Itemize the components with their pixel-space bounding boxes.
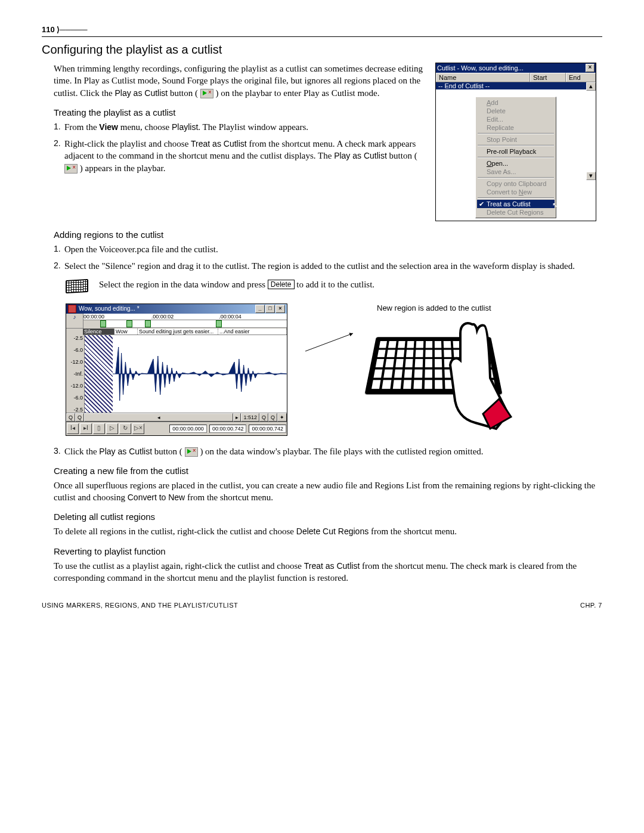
subheading-creating: Creating a new file from the cutlist: [54, 466, 602, 476]
play-as-cutlist-label: Play as Cutlist: [115, 88, 168, 98]
minimize-icon[interactable]: _: [255, 305, 265, 313]
context-menu: AAdddd Delete Edit... Replicate Stop Poi…: [475, 97, 556, 218]
region-wow[interactable]: Wow: [114, 329, 138, 335]
menu-treat-as-cutlist[interactable]: ✔ Treat as Cutlist ↖: [477, 200, 555, 208]
time-tick: 00:00:00: [83, 314, 151, 320]
tip-row: Select the region in the data window and…: [42, 280, 602, 293]
zoom-out-icon[interactable]: Q: [66, 413, 75, 422]
body-text: To use the cutlist as a playlist again, …: [54, 560, 602, 584]
body-text: Once all superfluous regions are placed …: [54, 479, 602, 504]
zoom-in-icon[interactable]: Q: [75, 413, 84, 422]
step: 1. From the View menu, choose Playlist. …: [54, 121, 423, 133]
convert-to-new-cmd: Convert to New: [128, 493, 185, 502]
zoom-in-icon[interactable]: Q: [268, 413, 277, 422]
menu-delete: Delete: [477, 107, 555, 115]
go-start-icon[interactable]: I◂: [67, 423, 79, 434]
keyboard-illustration: [371, 318, 520, 402]
close-icon[interactable]: ×: [586, 64, 595, 72]
treat-as-cutlist-cmd: Treat as Cutlist: [304, 561, 360, 571]
region-marker[interactable]: [126, 320, 132, 327]
end-of-cutlist-row[interactable]: -- End of Cutlist --: [436, 82, 596, 89]
intro-paragraph: When trimming lengthy recordings, config…: [54, 63, 423, 99]
subheading-adding: Adding regions to the cutlist: [54, 230, 602, 240]
tool-icon[interactable]: ✦: [277, 413, 287, 422]
scroll-up-icon[interactable]: ▴: [586, 82, 596, 91]
cutlist-columns: Name Start End: [436, 73, 596, 82]
cutlist-title: Cutlist - Wow, sound editing...: [437, 64, 524, 72]
play-as-cutlist-label: Play as Cutlist: [99, 447, 152, 456]
connector-arrow: [311, 333, 347, 395]
menu-delete-cut-regions: Delete Cut Regions: [477, 208, 555, 216]
selection-hatch: [85, 335, 113, 413]
col-start[interactable]: Start: [530, 73, 566, 82]
region-silence[interactable]: Silence: [83, 329, 114, 335]
footer-left: USING MARKERS, REGIONS, AND THE PLAYLIST…: [42, 602, 238, 609]
col-end[interactable]: End: [566, 73, 596, 82]
step: 1. Open the Voiceover.pca file and the c…: [54, 243, 602, 255]
close-icon[interactable]: ×: [275, 305, 285, 313]
region-and-easier[interactable]: ...And easier: [218, 329, 287, 335]
view-menu: View: [99, 122, 118, 132]
h-scrollbar[interactable]: ◂: [84, 413, 233, 422]
region-easier[interactable]: Sound editing just gets easier...: [138, 329, 218, 335]
wave-window: Wow, sound editing... * _ □ × ♪ 00:00:00…: [66, 304, 287, 436]
menu-open[interactable]: Open...: [477, 159, 555, 168]
time-display: 00:00:00.742: [249, 425, 286, 433]
play-tiny-icon[interactable]: ▸: [233, 413, 241, 422]
menu-add: AAdddd: [477, 98, 555, 107]
scroll-down-icon[interactable]: ▾: [586, 172, 596, 180]
keyboard-icon: [66, 280, 93, 293]
waveform: [113, 335, 287, 413]
section-heading: Configuring the playlist as a cutlist: [42, 43, 602, 57]
menu-copy-clipboard: Copy onto Clipboard: [477, 179, 555, 188]
footer-right: CHP. 7: [580, 602, 602, 609]
wave-title: Wow, sound editing... *: [79, 305, 140, 312]
menu-preroll[interactable]: Pre-roll Playback: [477, 147, 555, 156]
region-marker[interactable]: [100, 320, 106, 327]
delete-key: Delete: [268, 280, 295, 289]
play-as-cutlist-icon: [64, 164, 78, 174]
region-marker[interactable]: [145, 320, 151, 327]
channel-icon: ♪: [66, 314, 83, 329]
body-text: To delete all regions in the cutlist, ri…: [54, 525, 602, 537]
play-icon[interactable]: ▷: [106, 423, 118, 434]
time-tick: .00:00:04: [219, 314, 287, 320]
menu-edit: Edit...: [477, 115, 555, 123]
hand-icon: [431, 318, 520, 432]
app-icon: [68, 305, 76, 313]
step: 3. Click the Play as Cutlist button ( ) …: [54, 445, 602, 457]
menu-stop-point: Stop Point: [477, 135, 555, 144]
go-end-icon[interactable]: ▸I: [80, 423, 92, 434]
time-display: 00:00:00.000: [169, 425, 207, 433]
zoom-ratio: 1:512: [241, 413, 259, 422]
check-icon: ✔: [479, 200, 484, 208]
col-name[interactable]: Name: [436, 73, 530, 82]
step: 2. Right-click the playlist and choose T…: [54, 138, 423, 174]
amplitude-scale: -2.5 -6.0 -12.0 -Inf. -12.0 -6.0 -2.5: [66, 335, 85, 413]
play-cutlist-icon[interactable]: ▷×: [132, 423, 144, 434]
time-tick: .00:00:02: [151, 314, 219, 320]
treat-as-cutlist-cmd: Treat as Cutlist: [191, 139, 247, 148]
figure-caption: New region is added to the cutlist: [377, 304, 520, 312]
page-number: 110: [42, 25, 55, 34]
play-loop-icon[interactable]: ↻: [119, 423, 131, 434]
cutlist-window: Cutlist - Wow, sound editing... × Name S…: [435, 63, 596, 221]
maximize-icon[interactable]: □: [265, 305, 275, 313]
subheading-treating: Treating the playlist as a cutlist: [54, 107, 423, 117]
menu-replicate: Replicate: [477, 123, 555, 132]
menu-convert-new: Convert to New: [477, 188, 555, 196]
delete-cut-regions-cmd: Delete Cut Regions: [296, 527, 369, 536]
menu-save-as: Save As...: [477, 168, 555, 176]
playlist-cmd: Playlist: [172, 122, 198, 132]
stop-icon[interactable]: ▯: [93, 423, 105, 434]
subheading-deleting: Deleting all cutlist regions: [54, 512, 602, 522]
zoom-out-icon[interactable]: Q: [259, 413, 268, 422]
subheading-reverting: Reverting to playlist function: [54, 546, 602, 556]
region-marker[interactable]: [216, 320, 222, 327]
step: 2. Select the "Silence" region and drag …: [54, 260, 602, 272]
play-as-cutlist-icon: [185, 447, 198, 457]
time-display: 00:00:00.742: [209, 425, 247, 433]
waveform-display[interactable]: [85, 335, 287, 413]
play-as-cutlist-icon: [200, 89, 213, 98]
